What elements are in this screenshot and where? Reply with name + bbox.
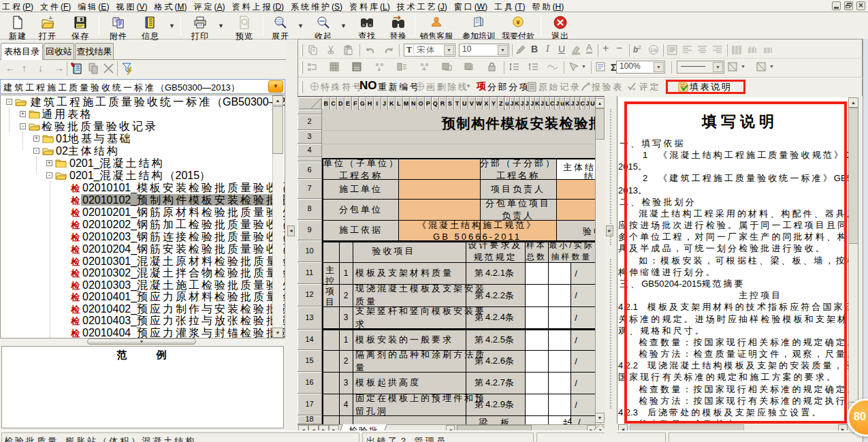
svg-text:¥: ¥ xyxy=(516,18,520,26)
